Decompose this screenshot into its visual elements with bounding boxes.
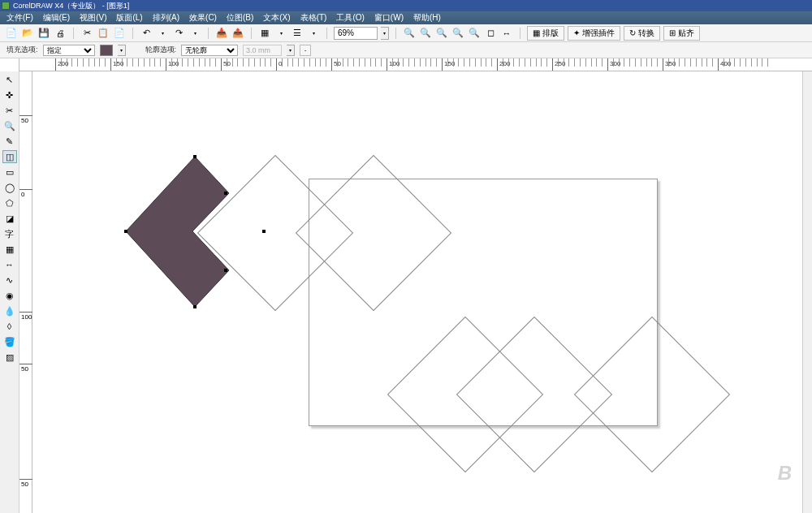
welcome-button[interactable]: ☰ xyxy=(291,27,304,40)
selection-handle[interactable] xyxy=(224,269,227,272)
menu-layout[interactable]: 版面(L) xyxy=(116,12,142,24)
undo-button[interactable]: ↶ xyxy=(140,27,153,40)
menu-view[interactable]: 视图(V) xyxy=(80,12,106,24)
eyedropper-tool[interactable]: 💧 xyxy=(2,304,17,317)
zoom-dropdown[interactable]: ▾ xyxy=(381,27,389,40)
menu-file[interactable]: 文件(F) xyxy=(6,12,33,24)
save-button[interactable]: 💾 xyxy=(37,27,50,40)
fill-tool[interactable]: 🪣 xyxy=(2,335,17,348)
zoom-all-icon[interactable]: 🔍 xyxy=(468,27,481,40)
undo-dropdown[interactable]: ▾ xyxy=(156,27,169,40)
property-bar: 填充选项: 指定 ▾ 轮廓选项: 无轮廓 3.0 mm ▾ - xyxy=(0,42,812,58)
print-button[interactable]: 🖨 xyxy=(54,27,67,40)
plugin-icon: ✦ xyxy=(573,28,580,37)
dimension-tool[interactable]: ↔ xyxy=(2,258,17,271)
scrollbar-vertical[interactable] xyxy=(802,71,812,513)
separator xyxy=(251,28,252,39)
outline-misc-button[interactable]: - xyxy=(300,45,311,56)
menu-arrange[interactable]: 排列(A) xyxy=(153,12,179,24)
window-title: CorelDRAW X4（专业版） - [图形1] xyxy=(13,1,129,11)
selection-handle[interactable] xyxy=(124,230,127,233)
plugin-button[interactable]: ✦增强插件 xyxy=(568,26,620,41)
fill-options-select[interactable]: 指定 xyxy=(43,45,95,56)
zoom-fit-icon[interactable]: 🔍 xyxy=(435,27,448,40)
menu-tools[interactable]: 工具(O) xyxy=(336,12,364,24)
cut-button[interactable]: ✂ xyxy=(80,27,93,40)
convert-icon: ↻ xyxy=(629,28,636,37)
selection-handle[interactable] xyxy=(224,192,227,195)
ruler-vertical[interactable]: 5001005050 xyxy=(19,71,32,513)
outline-tool[interactable]: ◊ xyxy=(2,320,17,333)
menu-text[interactable]: 文本(X) xyxy=(263,12,290,24)
rectangle-tool[interactable]: ▭ xyxy=(2,166,17,179)
zoom-width-icon[interactable]: ↔ xyxy=(500,27,513,40)
ruler-horizontal[interactable]: 20015010050050100150200250300350400 xyxy=(0,58,812,71)
connector-tool[interactable]: ∿ xyxy=(2,274,17,287)
smart-fill-tool[interactable]: ◫ xyxy=(2,150,17,163)
basic-shapes-tool[interactable]: ◪ xyxy=(2,212,17,225)
outline-options-label: 轮廓选项: xyxy=(145,45,177,55)
separator xyxy=(132,28,133,39)
outline-width-dropdown[interactable]: ▾ xyxy=(287,45,295,56)
menu-window[interactable]: 窗口(W) xyxy=(374,12,404,24)
selection-handle[interactable] xyxy=(193,155,197,158)
standard-toolbar: 📄 📂 💾 🖨 ✂ 📋 📄 ↶ ▾ ↷ ▾ 📥 📤 ▦ ▾ ☰ ▾ 69% ▾ … xyxy=(0,24,812,42)
separator xyxy=(73,28,74,39)
ruler-origin[interactable] xyxy=(0,58,19,71)
workspace: ↖ ✜ ✂ 🔍 ✎ ◫ ▭ ◯ ⬠ ◪ 字 ▦ ↔ ∿ ◉ 💧 ◊ 🪣 ▨ 50… xyxy=(0,71,812,513)
separator xyxy=(208,28,209,39)
menu-table[interactable]: 表格(T) xyxy=(300,12,327,24)
toolbox: ↖ ✜ ✂ 🔍 ✎ ◫ ▭ ◯ ⬠ ◪ 字 ▦ ↔ ∿ ◉ 💧 ◊ 🪣 ▨ xyxy=(0,71,19,513)
redo-dropdown[interactable]: ▾ xyxy=(188,27,201,40)
text-tool[interactable]: 字 xyxy=(2,227,17,240)
zoom-level-field[interactable]: 69% xyxy=(334,27,378,40)
zoom-selection-icon[interactable]: ◻ xyxy=(484,27,497,40)
separator xyxy=(326,28,327,39)
fill-color-dropdown[interactable]: ▾ xyxy=(118,45,126,56)
menu-bitmaps[interactable]: 位图(B) xyxy=(227,12,253,24)
fill-options-label: 填充选项: xyxy=(6,45,38,55)
app-launcher-dropdown[interactable]: ▾ xyxy=(274,27,287,40)
outline-width-field: 3.0 mm xyxy=(243,45,282,56)
selection-handle[interactable] xyxy=(193,305,197,308)
typeset-button[interactable]: ▦排版 xyxy=(527,26,564,41)
menu-effects[interactable]: 效果(C) xyxy=(189,12,217,24)
fill-color-swatch[interactable] xyxy=(100,45,113,56)
menu-edit[interactable]: 编辑(E) xyxy=(43,12,70,24)
ruler-h-ticks: 20015010050050100150200250300350400 xyxy=(19,58,812,71)
freehand-tool[interactable]: ✎ xyxy=(2,135,17,148)
app-launcher-button[interactable]: ▦ xyxy=(258,27,271,40)
typeset-icon: ▦ xyxy=(533,28,540,37)
export-button[interactable]: 📤 xyxy=(231,27,244,40)
welcome-dropdown[interactable]: ▾ xyxy=(307,27,320,40)
interactive-fill-tool[interactable]: ▨ xyxy=(2,351,17,364)
zoom-page-icon[interactable]: 🔍 xyxy=(451,27,464,40)
redo-button[interactable]: ↷ xyxy=(172,27,185,40)
import-button[interactable]: 📥 xyxy=(215,27,228,40)
crop-tool[interactable]: ✂ xyxy=(2,104,17,117)
title-bar: CorelDRAW X4（专业版） - [图形1] xyxy=(0,0,812,11)
zoom-out-icon[interactable]: 🔍 xyxy=(403,27,416,40)
menu-bar: 文件(F) 编辑(E) 视图(V) 版面(L) 排列(A) 效果(C) 位图(B… xyxy=(0,11,812,24)
zoom-in-icon[interactable]: 🔍 xyxy=(419,27,432,40)
pick-tool[interactable]: ↖ xyxy=(2,73,17,86)
new-button[interactable]: 📄 xyxy=(5,27,18,40)
watermark: B xyxy=(778,462,792,485)
open-button[interactable]: 📂 xyxy=(21,27,34,40)
outline-options-select[interactable]: 无轮廓 xyxy=(181,45,238,56)
convert-button[interactable]: ↻转换 xyxy=(624,26,660,41)
separator xyxy=(520,28,520,39)
paste-button[interactable]: 📄 xyxy=(113,27,126,40)
menu-help[interactable]: 帮助(H) xyxy=(413,12,441,24)
app-icon xyxy=(2,2,10,10)
separator xyxy=(395,28,396,39)
shape-tool[interactable]: ✜ xyxy=(2,88,17,101)
interactive-tool[interactable]: ◉ xyxy=(2,289,17,302)
ellipse-tool[interactable]: ◯ xyxy=(2,181,17,194)
snap-button[interactable]: ⊞贴齐 xyxy=(663,26,700,41)
table-tool[interactable]: ▦ xyxy=(2,243,17,256)
zoom-tool[interactable]: 🔍 xyxy=(2,119,17,132)
copy-button[interactable]: 📋 xyxy=(97,27,110,40)
canvas[interactable]: B xyxy=(32,71,812,513)
polygon-tool[interactable]: ⬠ xyxy=(2,196,17,209)
